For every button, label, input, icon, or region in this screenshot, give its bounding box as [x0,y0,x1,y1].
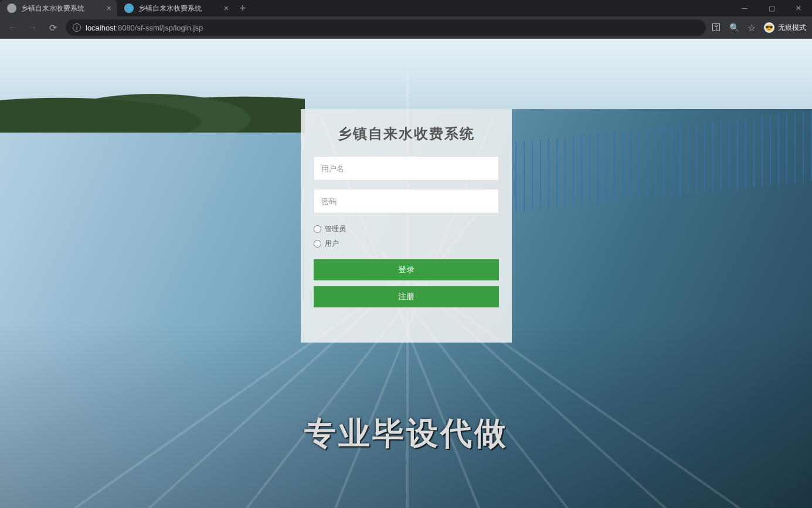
tab-favicon [7,4,16,13]
url-text: localhost:8080/sf-ssmi/jsp/login.jsp [86,23,203,32]
address-bar[interactable]: i localhost:8080/sf-ssmi/jsp/login.jsp [66,19,706,36]
tab-title: 乡镇自来水收费系统 [21,4,102,13]
nav-forward-button[interactable]: → [26,21,40,35]
nav-back-button[interactable]: ← [6,21,20,35]
role-user-option[interactable]: 用户 [314,239,499,249]
tab-close-button[interactable]: × [224,4,229,12]
incognito-indicator[interactable]: 😎 无痕模式 [764,22,806,33]
browser-tab-1[interactable]: 乡镇自来水收费系统 × [0,0,117,16]
register-button[interactable]: 注册 [314,286,499,307]
login-title: 乡镇自来水收费系统 [314,124,499,143]
new-tab-button[interactable]: + [235,0,251,16]
page-viewport: 乡镇自来水收费系统 管理员 用户 登录 注册 专业毕设代做 [0,39,812,508]
password-key-icon[interactable] [712,22,721,33]
browser-toolbar: ← → ⟳ i localhost:8080/sf-ssmi/jsp/login… [0,16,812,39]
bg-railing [507,111,812,214]
role-user-label: 用户 [325,239,339,249]
window-minimize-button[interactable]: ─ [731,0,758,16]
incognito-icon: 😎 [764,22,774,33]
role-admin-label: 管理员 [325,224,346,234]
role-user-radio[interactable] [314,240,321,248]
username-input[interactable] [314,156,499,181]
zoom-icon[interactable] [729,22,739,33]
window-maximize-button[interactable]: ▢ [758,0,785,16]
bg-trees [0,80,305,133]
bookmark-star-icon[interactable] [748,22,756,33]
window-close-button[interactable]: ✕ [785,0,812,16]
browser-tab-2[interactable]: 乡镇自来水收费系统 × [117,0,235,16]
tab-close-button[interactable]: × [107,4,111,12]
toolbar-right-icons: 😎 无痕模式 [712,22,806,33]
nav-reload-button[interactable]: ⟳ [46,21,60,35]
incognito-label: 无痕模式 [778,23,806,33]
watermark-text: 专业毕设代做 [304,412,508,455]
tab-title: 乡镇自来水收费系统 [138,4,219,13]
login-button[interactable]: 登录 [314,259,499,280]
globe-icon [124,4,134,13]
window-controls: ─ ▢ ✕ [731,0,812,16]
role-admin-option[interactable]: 管理员 [314,224,499,234]
role-admin-radio[interactable] [314,225,321,233]
browser-tabstrip: 乡镇自来水收费系统 × 乡镇自来水收费系统 × + ─ ▢ ✕ [0,0,812,16]
password-input[interactable] [314,189,499,214]
login-card: 乡镇自来水收费系统 管理员 用户 登录 注册 [301,109,512,343]
site-info-icon[interactable]: i [73,23,81,32]
